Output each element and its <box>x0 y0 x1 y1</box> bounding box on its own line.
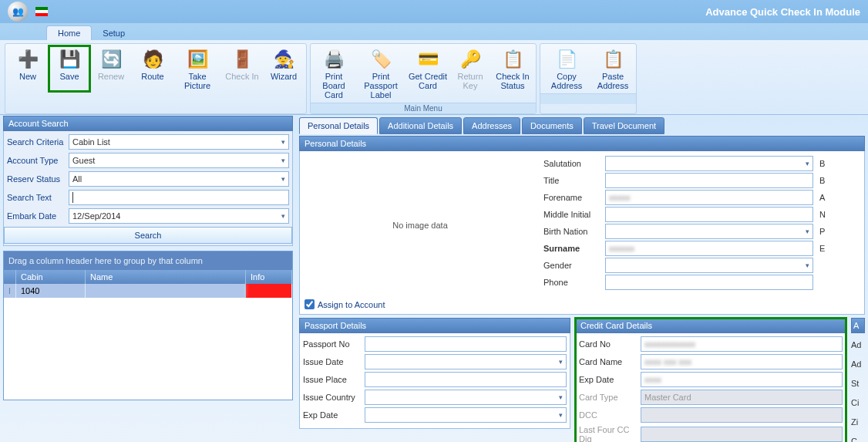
results-grid: Drag a column header here to group by th… <box>3 251 293 400</box>
passport-issue-date-input[interactable] <box>365 354 567 369</box>
return-key-label: Return Key <box>451 72 490 90</box>
last4-input <box>641 427 843 442</box>
route-label: Route <box>141 72 163 81</box>
ribbon: ➕ New 💾 Save 🔄 Renew 🧑 Route 🖼️ Take Pic… <box>0 40 868 115</box>
passport-issue-country-input[interactable] <box>365 390 567 405</box>
tab-addresses[interactable]: Addresses <box>463 117 520 134</box>
printer-icon: 🖨️ <box>321 47 346 72</box>
take-picture-label: Take Picture <box>175 72 220 90</box>
passport-exp-input[interactable] <box>365 407 567 423</box>
key-icon: 🔑 <box>458 47 483 72</box>
label-gender: Gender <box>543 261 605 270</box>
check-in-button[interactable]: 🚪 Check In <box>221 46 263 92</box>
col-cabin[interactable]: Cabin <box>16 270 86 284</box>
label-phone: Phone <box>543 278 605 287</box>
passport-issue-place-input[interactable] <box>365 372 567 387</box>
wizard-button[interactable]: 🧙 Wizard <box>263 46 304 92</box>
passport-no-input[interactable] <box>365 336 567 352</box>
ribbon-group-main: ➕ New 💾 Save 🔄 Renew 🧑 Route 🖼️ Take Pic… <box>5 43 307 114</box>
checkin-status-label: Check In Status <box>493 72 533 90</box>
tab-documents[interactable]: Documents <box>522 117 582 134</box>
ribbon-group-label: Main Menu <box>311 103 536 113</box>
return-key-button[interactable]: 🔑 Return Key <box>449 46 491 101</box>
copy-icon: 📄 <box>554 47 579 72</box>
label-issue-place: Issue Place <box>303 375 365 384</box>
label-middle: Middle Initial <box>543 210 605 219</box>
app-logo-icon: 👥 <box>8 2 28 22</box>
card-no-input[interactable]: xxxxxxxxxxxx <box>641 336 843 352</box>
cell-info <box>246 284 292 298</box>
cell-name <box>86 284 246 298</box>
reserv-status-dropdown[interactable]: All <box>69 171 289 187</box>
plus-icon: ➕ <box>15 47 40 72</box>
assign-label: Assign to Account <box>318 300 385 309</box>
tab-personal-details[interactable]: Personal Details <box>299 117 378 134</box>
passport-panel: Passport Details Passport No Issue Date … <box>299 318 570 442</box>
criteria-dropdown[interactable]: Cabin List <box>69 134 289 150</box>
gender-dropdown[interactable] <box>605 258 813 273</box>
card-type-input: Master Card <box>641 390 843 405</box>
save-button[interactable]: 💾 Save <box>49 46 90 92</box>
label-card-no: Card No <box>579 339 641 349</box>
check-in-label: Check In <box>225 72 258 81</box>
label-account-type: Account Type <box>7 156 69 165</box>
renew-button[interactable]: 🔄 Renew <box>90 46 132 92</box>
middle-input[interactable] <box>605 207 813 222</box>
card-name-input[interactable]: xxxx xxx xxx <box>641 354 843 369</box>
label-card-name: Card Name <box>579 357 641 366</box>
credit-card-icon: 💳 <box>415 47 440 72</box>
personal-details-header: Personal Details <box>299 136 865 151</box>
status-icon: 📋 <box>500 47 525 72</box>
surname-input[interactable]: xxxxxx <box>605 241 813 256</box>
label-search-text: Search Text <box>7 193 69 202</box>
label-card-exp: Exp Date <box>579 375 641 384</box>
birth-nation-dropdown[interactable] <box>605 224 813 239</box>
save-label: Save <box>59 72 79 81</box>
tab-setup[interactable]: Setup <box>92 26 136 40</box>
paste-address-button[interactable]: 📋 Paste Address <box>591 46 634 92</box>
account-search-header: Account Search <box>3 116 293 131</box>
row-indicator-icon: I <box>4 284 16 298</box>
table-row[interactable]: I 1040 <box>4 284 292 298</box>
label-icon: 🏷️ <box>368 47 393 72</box>
col-info[interactable]: Info <box>246 270 292 284</box>
salutation-dropdown[interactable] <box>605 156 813 171</box>
label-surname: Surname <box>543 244 605 253</box>
paste-icon: 📋 <box>601 47 625 72</box>
credit-card-panel: Credit Card Details Card Noxxxxxxxxxxxx … <box>575 318 846 442</box>
take-picture-button[interactable]: 🖼️ Take Picture <box>173 46 221 92</box>
copy-address-button[interactable]: 📄 Copy Address <box>542 46 591 92</box>
grid-group-hint[interactable]: Drag a column header here to group by th… <box>4 251 292 270</box>
label-birth-nation: Birth Nation <box>543 227 605 236</box>
phone-input[interactable] <box>605 275 813 290</box>
assign-to-account-checkbox[interactable] <box>304 299 315 309</box>
col-name[interactable]: Name <box>86 270 246 284</box>
tab-home[interactable]: Home <box>46 25 92 40</box>
card-exp-input[interactable]: xxxx <box>641 372 843 387</box>
print-board-button[interactable]: 🖨️ Print Board Card <box>312 46 355 101</box>
forename-input[interactable]: xxxxx <box>605 190 813 205</box>
cc-header: Credit Card Details <box>575 318 846 333</box>
ribbon-tabs: Home Setup <box>0 23 868 40</box>
wizard-icon: 🧙 <box>271 47 296 72</box>
get-credit-label: Get Credit Card <box>408 72 448 90</box>
search-button[interactable]: Search <box>4 227 292 244</box>
print-passport-button[interactable]: 🏷️ Print Passport Label <box>355 46 406 101</box>
title-input[interactable] <box>605 173 813 188</box>
embark-date-dropdown[interactable]: 12/Sep/2014 <box>69 208 289 224</box>
get-credit-button[interactable]: 💳 Get Credit Card <box>406 46 449 101</box>
search-text-input[interactable] <box>69 190 289 205</box>
route-button[interactable]: 🧑 Route <box>132 46 173 92</box>
tab-additional-details[interactable]: Additional Details <box>379 117 462 134</box>
new-button[interactable]: ➕ New <box>7 46 49 92</box>
ribbon-group-address: 📄 Copy Address 📋 Paste Address <box>540 43 637 114</box>
account-type-dropdown[interactable]: Guest <box>69 153 289 168</box>
photo-placeholder: No image data <box>304 156 536 295</box>
tab-travel-document[interactable]: Travel Document <box>584 117 664 134</box>
detail-tabs: Personal Details Additional Details Addr… <box>299 116 865 136</box>
app-title: Advance Quick Check In Module <box>705 6 860 18</box>
checkin-status-button[interactable]: 📋 Check In Status <box>491 46 534 101</box>
label-dcc: DCC <box>579 410 641 420</box>
person-icon: 🧑 <box>140 47 165 72</box>
new-label: New <box>19 72 36 81</box>
